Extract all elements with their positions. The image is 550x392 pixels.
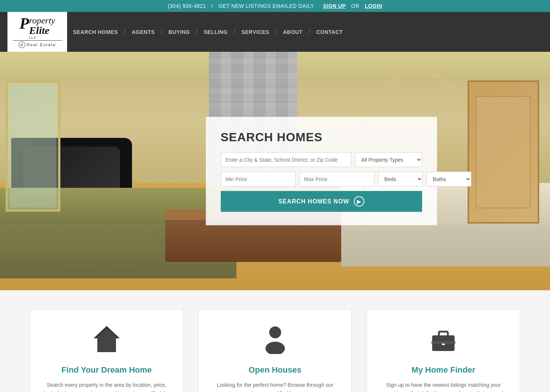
logo-realestate: Real Estate [27,42,56,47]
person-icon [210,324,340,358]
feature-desc-dream-home: Search every property in the area by loc… [41,381,172,392]
cta-text: GET NEW LISTINGS EMAILED DAILY [219,3,314,9]
top-bar: (304) 935-4821 / GET NEW LISTINGS EMAILE… [0,0,550,12]
feature-title-dream-home: Find Your Dream Home [41,365,172,375]
search-row-1: All Property Types Single Family Condo T… [221,152,422,167]
separator: / [211,3,213,9]
nav-link-selling[interactable]: SELLING [198,22,233,42]
phone-number: (304) 935-4821 [168,3,206,9]
nav-bar: P roperty Elite LLC ε Real Estate SEARCH… [0,12,550,52]
logo-llc: LLC [29,36,37,39]
property-type-select[interactable]: All Property Types Single Family Condo T… [355,152,422,167]
search-button[interactable]: SEARCH HOMES NOW ▶ [221,191,422,212]
feature-title-open-houses: Open Houses [210,365,340,375]
feature-card-dream-home: Find Your Dream Home Search every proper… [30,309,183,392]
window-left [6,80,61,212]
or-text: OR [351,3,359,9]
nav-item-agents[interactable]: AGENTS [126,22,160,42]
nav-item-about[interactable]: ABOUT [277,22,308,42]
features-section: Find Your Dream Home Search every proper… [0,290,550,392]
svg-rect-9 [431,341,455,344]
nav-link-search-homes[interactable]: SEARCH HOMES [67,22,124,42]
feature-title-home-finder: My Home Finder [378,365,509,375]
svg-rect-7 [439,332,448,337]
search-button-label: SEARCH HOMES NOW [278,198,349,205]
house-icon [41,324,172,358]
nav-link-about[interactable]: ABOUT [277,22,308,42]
search-overlay: SEARCH HOMES All Property Types Single F… [206,117,437,225]
location-input[interactable] [221,152,351,167]
door-right [468,80,539,224]
feature-card-home-finder: My Home Finder Sign up to have the newes… [367,309,520,392]
nav-link-services[interactable]: SERVICES [235,22,275,42]
svg-point-5 [265,342,285,354]
feature-desc-home-finder: Sign up to have the newest listings matc… [378,381,509,392]
nav-item-selling[interactable]: SELLING [198,22,233,42]
briefcase-icon [378,324,509,358]
max-price-input[interactable] [299,172,374,187]
nav-item-buying[interactable]: BUYING [163,22,196,42]
search-title: SEARCH HOMES [221,130,422,144]
sign-up-link[interactable]: SIGN UP [323,3,346,9]
nav-link-agents[interactable]: AGENTS [126,22,160,42]
search-row-2: Beds 1+ 2+ 3+ 4+ 5+ Baths 1+ 2+ 3+ 4+ [221,172,422,187]
login-link[interactable]: LOGIN [365,3,382,9]
nav-item-services[interactable]: SERVICES [235,22,275,42]
logo-line1: roperty [29,16,55,25]
nav-link-buying[interactable]: BUYING [163,22,196,42]
nav-link-contact[interactable]: CONTACT [310,22,349,42]
hero-section: SEARCH HOMES All Property Types Single F… [0,52,550,290]
feature-desc-open-houses: Looking for the perfect home? Browse thr… [210,381,340,392]
search-arrow-icon: ▶ [354,196,364,207]
svg-rect-2 [101,341,112,352]
svg-point-4 [269,326,281,338]
nav-links: SEARCH HOMES / AGENTS / BUYING / SELLING… [67,22,349,42]
beds-select[interactable]: Beds 1+ 2+ 3+ 4+ 5+ [378,172,423,187]
feature-card-open-houses: Open Houses Looking for the perfect home… [198,309,352,392]
logo-circle-e: ε [19,41,25,48]
nav-item-contact[interactable]: CONTACT [310,22,349,42]
logo-line2: Elite [29,25,49,36]
logo[interactable]: P roperty Elite LLC ε Real Estate [7,12,67,52]
min-price-input[interactable] [221,172,296,187]
baths-select[interactable]: Baths 1+ 2+ 3+ 4+ [427,172,471,187]
nav-item-search-homes[interactable]: SEARCH HOMES [67,22,124,42]
